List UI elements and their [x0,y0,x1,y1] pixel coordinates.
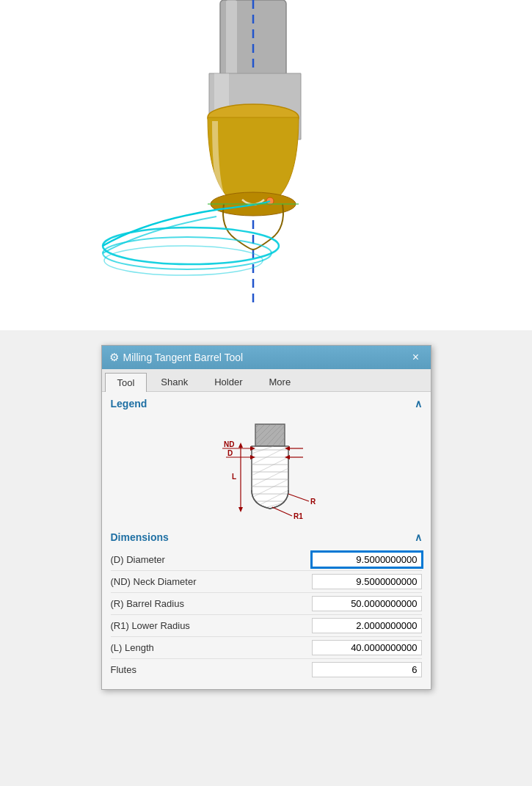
dialog-title: Milling Tangent Barrel Tool [123,352,404,363]
dim-input-neck-diameter[interactable] [312,574,422,589]
svg-line-48 [272,507,292,516]
tab-more[interactable]: More [257,372,304,391]
dim-label-flutes: Flutes [111,664,312,675]
tab-bar: Tool Shank Holder More [102,369,431,392]
legend-title: Legend [111,398,147,410]
tool-diagram-svg: ND D L R R1 [186,421,347,523]
dim-row-neck-diameter: (ND) Neck Diameter [111,571,422,593]
svg-text:ND: ND [224,440,234,448]
svg-marker-45 [238,443,243,448]
svg-text:R: R [310,498,316,506]
svg-line-47 [288,494,309,501]
dimensions-table: (D) Diameter (ND) Neck Diameter (R) Barr… [102,549,431,689]
3d-viewport [0,0,532,330]
dim-label-diameter: (D) Diameter [111,554,312,565]
dim-row-barrel-radius: (R) Barrel Radius [111,593,422,615]
dim-label-barrel-radius: (R) Barrel Radius [111,598,312,609]
svg-text:L: L [232,473,236,481]
dialog-titlebar: ⚙ Milling Tangent Barrel Tool × [102,346,431,369]
svg-marker-46 [238,507,243,512]
dim-row-diameter: (D) Diameter [111,549,422,571]
dimensions-collapse-icon[interactable] [415,531,422,543]
tab-shank[interactable]: Shank [148,372,200,391]
dim-input-barrel-radius[interactable] [312,596,422,611]
tab-content-tool: Legend [102,392,431,689]
dim-input-lower-radius[interactable] [312,618,422,633]
dim-row-length: (L) Length [111,637,422,659]
legend-section-header[interactable]: Legend [102,392,431,415]
tab-holder[interactable]: Holder [202,372,255,391]
svg-text:D: D [227,449,233,457]
svg-text:R1: R1 [294,512,303,520]
gear-icon: ⚙ [109,351,119,364]
tab-tool[interactable]: Tool [105,373,147,392]
dim-label-neck-diameter: (ND) Neck Diameter [111,576,312,587]
legend-collapse-icon[interactable] [415,398,422,410]
dim-label-lower-radius: (R1) Lower Radius [111,620,312,631]
dim-input-diameter[interactable] [312,552,422,567]
dim-label-length: (L) Length [111,642,312,653]
dimensions-title: Dimensions [111,531,169,543]
milling-tool-dialog: ⚙ Milling Tangent Barrel Tool × Tool Sha… [101,345,431,690]
legend-diagram: ND D L R R1 [102,415,431,525]
dialog-close-button[interactable]: × [409,350,423,365]
dim-row-lower-radius: (R1) Lower Radius [111,615,422,637]
dim-input-length[interactable] [312,640,422,655]
dim-row-flutes: Flutes [111,659,422,680]
dimensions-section-header[interactable]: Dimensions [102,525,431,549]
dim-input-flutes[interactable] [312,662,422,677]
